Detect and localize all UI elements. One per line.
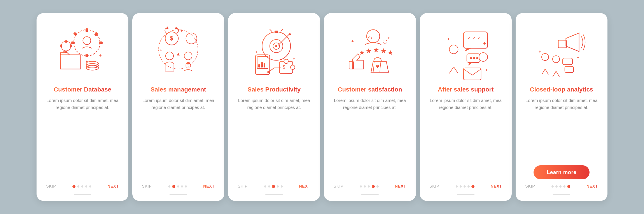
svg-rect-90 bbox=[464, 68, 481, 80]
svg-point-69 bbox=[384, 40, 387, 43]
dot-6-2 bbox=[559, 185, 562, 188]
illustration-customer-satisfaction: ★ ★ ★ ★ ★ + bbox=[339, 21, 400, 82]
card-title-closed-loop-analytics: Closed-loop analytics bbox=[530, 86, 593, 93]
card-title-after-sales-support: After sales support bbox=[438, 86, 494, 93]
divider-2 bbox=[170, 194, 187, 195]
svg-point-7 bbox=[83, 37, 91, 45]
dot-1-3 bbox=[85, 185, 87, 188]
card-body-sales-productivity: Lorem ipsum dolor sit dim amet, mea regi… bbox=[236, 97, 312, 179]
card-title-sales-productivity: Sales Productivity bbox=[248, 86, 301, 93]
skip-button-4[interactable]: SKIP bbox=[334, 184, 344, 189]
card-title-customer-satisfaction: Customer satisfaction bbox=[338, 86, 402, 93]
card-sales-management: $ bbox=[132, 13, 224, 201]
illustration-customer-database: + + bbox=[52, 21, 113, 82]
next-button-6[interactable]: NEXT bbox=[586, 184, 598, 189]
dot-5-3 bbox=[468, 185, 470, 188]
svg-text:+: + bbox=[180, 28, 183, 33]
svg-point-97 bbox=[542, 53, 548, 61]
dot-4-3 bbox=[372, 185, 375, 188]
dot-5-2 bbox=[464, 185, 466, 188]
svg-rect-13 bbox=[65, 51, 67, 53]
next-button-4[interactable]: NEXT bbox=[395, 184, 406, 189]
svg-text:✓: ✓ bbox=[472, 36, 476, 40]
svg-text:+: + bbox=[486, 68, 488, 72]
svg-rect-49 bbox=[258, 64, 260, 68]
divider-5 bbox=[457, 194, 474, 195]
svg-text:+: + bbox=[388, 36, 390, 40]
dots-3 bbox=[264, 185, 283, 188]
dot-4-4 bbox=[376, 185, 379, 188]
svg-rect-39 bbox=[274, 31, 278, 33]
next-button-5[interactable]: NEXT bbox=[491, 184, 502, 189]
svg-rect-1 bbox=[86, 28, 88, 32]
dot-2-1 bbox=[172, 185, 175, 188]
dot-4-0 bbox=[360, 185, 362, 188]
dot-1-2 bbox=[81, 185, 83, 188]
dot-4-2 bbox=[368, 185, 370, 188]
svg-marker-73 bbox=[464, 48, 471, 52]
svg-line-40 bbox=[270, 29, 272, 31]
svg-line-41 bbox=[281, 29, 283, 31]
dot-3-0 bbox=[264, 185, 266, 188]
svg-rect-5 bbox=[73, 32, 78, 36]
svg-rect-107 bbox=[562, 58, 572, 65]
svg-line-105 bbox=[553, 71, 556, 77]
dot-1-0 bbox=[72, 185, 76, 188]
next-button-3[interactable]: NEXT bbox=[299, 184, 310, 189]
skip-button-3[interactable]: SKIP bbox=[238, 184, 248, 189]
dot-3-1 bbox=[268, 185, 270, 188]
svg-text:+: + bbox=[351, 39, 354, 44]
learn-more-button[interactable]: Learn more bbox=[534, 165, 590, 179]
card-customer-database: + + Customer Database Lorem ipsum dolor … bbox=[36, 13, 128, 201]
nav-row-5: SKIP NEXT bbox=[428, 184, 504, 189]
svg-text:+: + bbox=[160, 48, 162, 52]
svg-point-85 bbox=[449, 45, 458, 54]
dots-2 bbox=[168, 185, 187, 188]
dot-2-4 bbox=[185, 185, 187, 188]
svg-text:★: ★ bbox=[380, 47, 387, 55]
dot-6-3 bbox=[563, 185, 566, 188]
svg-rect-15 bbox=[70, 45, 72, 47]
svg-text:$: $ bbox=[282, 64, 285, 70]
divider-4 bbox=[361, 194, 379, 195]
svg-text:✓: ✓ bbox=[468, 36, 471, 40]
card-body-sales-management: Lorem ipsum dolor sit dim amet, mea regi… bbox=[140, 97, 216, 179]
svg-text:★: ★ bbox=[366, 47, 372, 55]
card-footer-sales-management: SKIP NEXT bbox=[140, 183, 216, 195]
card-body-customer-database: Lorem ipsum dolor sit dim amet, mea regi… bbox=[44, 97, 120, 179]
next-button-2[interactable]: NEXT bbox=[203, 184, 214, 189]
card-title-customer-database: Customer Database bbox=[54, 86, 111, 93]
dot-3-4 bbox=[281, 185, 283, 188]
skip-button-1[interactable]: SKIP bbox=[46, 184, 56, 189]
dots-6 bbox=[552, 185, 570, 188]
card-footer-customer-database: SKIP NEXT bbox=[44, 183, 120, 195]
svg-point-68 bbox=[368, 37, 372, 40]
svg-point-102 bbox=[552, 56, 560, 63]
card-after-sales-support: ✓ ✓ ✓ bbox=[420, 13, 512, 201]
skip-button-2[interactable]: SKIP bbox=[142, 184, 152, 189]
dot-1-1 bbox=[77, 185, 80, 188]
svg-text:★: ★ bbox=[359, 49, 365, 56]
svg-point-83 bbox=[473, 57, 475, 59]
svg-rect-12 bbox=[65, 40, 67, 43]
card-sales-productivity: $ + + Sales Productivity Lorem ipsum dol… bbox=[228, 13, 320, 201]
svg-text:+: + bbox=[538, 49, 541, 54]
svg-rect-2 bbox=[86, 54, 88, 57]
dot-3-2 bbox=[272, 185, 275, 188]
svg-point-44 bbox=[275, 45, 278, 47]
svg-rect-3 bbox=[71, 41, 74, 44]
svg-line-100 bbox=[542, 69, 545, 75]
card-closed-loop-analytics: + + Closed-loop analytics Lorem ipsum do… bbox=[516, 13, 608, 201]
nav-row-3: SKIP NEXT bbox=[236, 184, 312, 189]
skip-button-5[interactable]: SKIP bbox=[430, 184, 439, 189]
svg-marker-81 bbox=[468, 62, 473, 66]
svg-rect-50 bbox=[261, 62, 263, 68]
svg-point-56 bbox=[267, 71, 270, 73]
next-button-1[interactable]: NEXT bbox=[108, 184, 119, 189]
illustration-closed-loop-analytics: + + bbox=[531, 21, 592, 82]
nav-row-2: SKIP NEXT bbox=[140, 184, 216, 189]
card-title-sales-management: Sales management bbox=[150, 86, 206, 93]
dot-6-1 bbox=[556, 185, 558, 188]
card-body-customer-satisfaction: Lorem ipsum dolor sit dim amet, mea regi… bbox=[332, 97, 408, 179]
skip-button-6[interactable]: SKIP bbox=[525, 184, 535, 189]
